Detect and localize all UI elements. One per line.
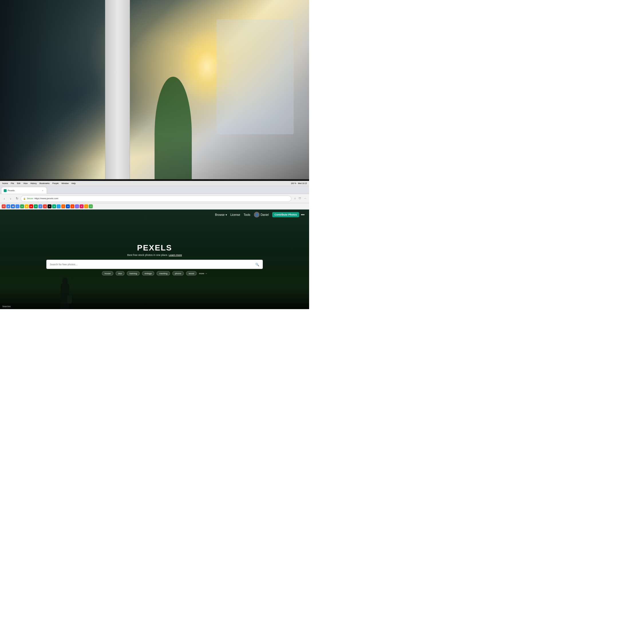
search-suggestions: house blur training vintage meeting phon… xyxy=(46,271,263,276)
pexels-logo: PEXELS xyxy=(46,243,263,252)
monitor-bezel: hrome File Edit View History Bookmarks P… xyxy=(0,179,309,309)
refresh-button[interactable]: ↻ xyxy=(14,196,19,201)
app15-icon[interactable]: ⊞ xyxy=(66,204,70,208)
contribute-photos-button[interactable]: Contribute Photos xyxy=(272,212,299,217)
pexels-website: Browse ▾ License Tools 👤 Daniel Contribu… xyxy=(0,210,309,309)
suggestion-meeting[interactable]: meeting xyxy=(157,271,170,276)
tab-close-button[interactable]: × xyxy=(41,189,44,192)
url-display: https://www.pexels.com xyxy=(34,197,58,200)
system-menubar: hrome File Edit View History Bookmarks P… xyxy=(0,181,309,186)
app14-icon[interactable]: P xyxy=(61,204,65,208)
hero-content: PEXELS Best free stock photos in one pla… xyxy=(46,243,263,276)
pexels-navigation: Browse ▾ License Tools 👤 Daniel Contribu… xyxy=(0,210,309,220)
calendar-icon[interactable]: 📅 xyxy=(11,204,15,208)
menu-file[interactable]: File xyxy=(11,182,14,184)
gdrive-icon[interactable]: ▲ xyxy=(6,204,10,208)
person-backpack xyxy=(67,295,72,303)
suggestion-training[interactable]: training xyxy=(127,271,139,276)
app19-icon[interactable]: ⊡ xyxy=(84,204,88,208)
suggestion-vintage[interactable]: vintage xyxy=(142,271,155,276)
toolbar-icons-right: ☆ 🛡 ⋯ xyxy=(293,196,307,201)
search-input[interactable] xyxy=(50,263,253,266)
user-avatar[interactable]: 👤 xyxy=(254,212,260,218)
pexels-hero: Browse ▾ License Tools 👤 Daniel Contribu… xyxy=(0,210,309,309)
status-text: Searches xyxy=(2,305,11,307)
tab-title: Pexels xyxy=(8,189,15,192)
url-bar[interactable]: 🔒 Secure https://www.pexels.com xyxy=(21,195,291,202)
address-bar: ‹ › ↻ 🔒 Secure https://www.pexels.com ☆ … xyxy=(0,194,309,203)
secure-label: Secure xyxy=(27,197,33,199)
bookmark-icon[interactable]: ☆ xyxy=(293,196,297,201)
browser-window: hrome File Edit View History Bookmarks P… xyxy=(0,181,309,309)
more-suggestions-link[interactable]: more → xyxy=(199,272,207,275)
status-bar: Searches xyxy=(0,303,309,309)
app13-icon[interactable]: 🐦 xyxy=(57,204,61,208)
menu-edit[interactable]: Edit xyxy=(17,182,20,184)
username-label: Daniel xyxy=(261,213,269,216)
tasks-icon[interactable]: ✓ xyxy=(15,204,19,208)
windows-area xyxy=(216,19,294,134)
monitor-screen: hrome File Edit View History Bookmarks P… xyxy=(0,181,309,309)
tab-favicon xyxy=(4,189,7,192)
search-icon: 🔍 xyxy=(255,262,259,266)
pillar xyxy=(105,0,130,192)
youtube-icon[interactable]: ▶ xyxy=(29,204,33,208)
suggestion-phone[interactable]: phone xyxy=(172,271,184,276)
menu-window[interactable]: Window xyxy=(62,182,69,184)
tab-bar: Pexels × xyxy=(0,186,309,194)
app5-icon[interactable]: ● xyxy=(20,204,24,208)
subtitle-text: Best free stock photos in one place. xyxy=(127,254,168,256)
learn-more-link[interactable]: Learn more xyxy=(169,254,182,256)
menu-help[interactable]: Help xyxy=(72,182,76,184)
extensions-icon[interactable]: ⋯ xyxy=(303,196,307,201)
plant xyxy=(155,77,192,192)
menu-people[interactable]: People xyxy=(52,182,59,184)
suggestion-blur[interactable]: blur xyxy=(116,271,125,276)
browse-label: Browse xyxy=(215,213,224,216)
pexels-tab[interactable]: Pexels × xyxy=(1,187,47,194)
browse-nav-item[interactable]: Browse ▾ xyxy=(215,213,227,216)
gmail-icon[interactable]: M xyxy=(2,204,6,208)
medium-icon[interactable]: M xyxy=(48,204,52,208)
app16-icon[interactable]: ◎ xyxy=(70,204,74,208)
background-photo xyxy=(0,0,309,192)
more-nav-button[interactable]: ••• xyxy=(301,213,305,217)
back-button[interactable]: ‹ xyxy=(2,196,7,201)
menu-history[interactable]: History xyxy=(30,182,37,184)
license-nav-item[interactable]: License xyxy=(230,213,240,216)
lock-icon: 🔒 xyxy=(23,197,26,200)
app9-icon[interactable]: ⚡ xyxy=(38,204,42,208)
menubar-right: 100 % Wed 16:15 xyxy=(291,182,307,184)
app20-icon[interactable]: ↺ xyxy=(89,204,93,208)
app17-icon[interactable]: ⬡ xyxy=(75,204,79,208)
app18-icon[interactable]: ♥ xyxy=(80,204,84,208)
shield-icon[interactable]: 🛡 xyxy=(298,196,302,201)
app12-icon[interactable]: ⊕ xyxy=(52,204,56,208)
suggestion-wood[interactable]: wood xyxy=(186,271,197,276)
sheets-icon[interactable]: ⊞ xyxy=(34,204,38,208)
search-box[interactable]: 🔍 xyxy=(46,260,263,269)
app-menu-chrome[interactable]: hrome xyxy=(2,182,8,184)
hero-subtitle: Best free stock photos in one place. Lea… xyxy=(46,254,263,256)
forward-button[interactable]: › xyxy=(8,196,13,201)
app10-icon[interactable]: ★ xyxy=(43,204,47,208)
menu-view[interactable]: View xyxy=(23,182,27,184)
browser-toolbar-icons: M ▲ 📅 ✓ ● ◆ ▶ ⊞ ⚡ ★ M ⊕ 🐦 P ⊞ ◎ ⬡ ♥ ⊡ ↺ xyxy=(0,203,309,210)
suggestion-house[interactable]: house xyxy=(102,271,113,276)
person-head xyxy=(62,278,68,284)
menubar-left: hrome File Edit View History Bookmarks P… xyxy=(2,182,76,184)
app6-icon[interactable]: ◆ xyxy=(25,204,29,208)
tools-nav-item[interactable]: Tools xyxy=(244,213,250,216)
clock: Wed 16:15 xyxy=(298,182,307,184)
battery-indicator: 100 % xyxy=(291,182,296,184)
browse-chevron-icon: ▾ xyxy=(226,213,227,216)
menu-bookmarks[interactable]: Bookmarks xyxy=(39,182,50,184)
